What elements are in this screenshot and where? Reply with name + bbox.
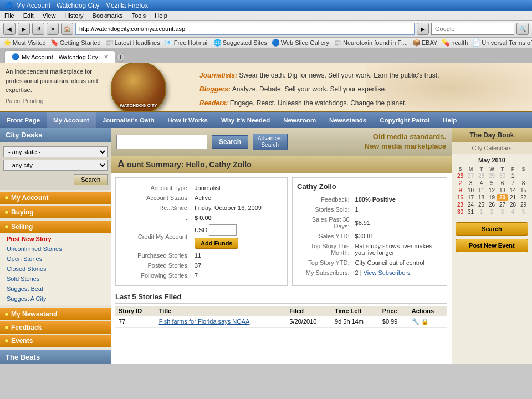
back-button[interactable]: ◀ (3, 23, 16, 35)
cal-today[interactable]: 20 (497, 194, 508, 201)
cal-day[interactable]: 10 (466, 187, 476, 194)
nav-newsroom[interactable]: Newsroom (277, 112, 323, 128)
view-subscribers-link[interactable]: View Subscribers (364, 269, 411, 276)
cal-day[interactable]: 31 (466, 208, 476, 216)
cal-day[interactable]: 3 (466, 180, 476, 187)
home-button[interactable]: 🏠 (61, 23, 73, 35)
city-select[interactable]: - any city - Miami (3, 160, 108, 171)
bookmark-getting-started[interactable]: 🔖 Getting Started (50, 39, 101, 47)
nav-why-needed[interactable]: Why it's Needed (214, 112, 277, 128)
cal-day[interactable]: 13 (497, 187, 508, 194)
suggest-city-link[interactable]: Suggest A City (0, 294, 111, 304)
open-stories-link[interactable]: Open Stories (0, 254, 111, 264)
cal-day[interactable]: 28 (476, 172, 487, 180)
bookmark-neurotoxin[interactable]: 📰 Neurotoxin found in Fl... (334, 39, 408, 47)
browser-search-input[interactable] (431, 23, 514, 35)
advanced-search-button[interactable]: Advanced Search (253, 134, 287, 150)
add-funds-button[interactable]: Add Funds (195, 238, 238, 249)
stop-button[interactable]: ✕ (47, 23, 59, 35)
feedback-section-header[interactable]: Feedback (0, 321, 111, 334)
story-title-link-77[interactable]: Fish farms for Florida says NOAA (159, 318, 250, 325)
nav-newsstands[interactable]: Newsstands (323, 112, 373, 128)
state-select[interactable]: - any state - Alabama (3, 146, 108, 157)
nav-front-page[interactable]: Front Page (0, 112, 47, 128)
cal-day[interactable]: 1 (508, 172, 518, 180)
suggest-beat-link[interactable]: Suggest Beat (0, 284, 111, 294)
cal-day[interactable]: 28 (508, 201, 518, 208)
reload-button[interactable]: ↺ (32, 23, 44, 35)
active-tab[interactable]: 🔵 My Account - Watchdog City ✕ (4, 50, 115, 63)
bookmark-health[interactable]: 💊 health (442, 39, 468, 47)
cal-day[interactable]: 27 (466, 172, 476, 180)
cal-day[interactable]: 9 (455, 187, 466, 194)
nav-copyright-patrol[interactable]: Copyright Patrol (373, 112, 436, 128)
menu-file[interactable]: File (4, 12, 14, 19)
cal-day[interactable]: 4 (476, 180, 487, 187)
menu-tools[interactable]: Tools (132, 12, 146, 19)
cal-day[interactable]: 7 (508, 180, 518, 187)
menu-edit[interactable]: Edit (23, 12, 34, 19)
cal-day[interactable]: 21 (508, 194, 518, 201)
go-button[interactable]: ▶ (417, 23, 429, 35)
menu-view[interactable]: View (43, 12, 56, 19)
cal-day[interactable]: 18 (476, 194, 487, 201)
cal-day[interactable]: 1 (476, 208, 487, 216)
cal-day[interactable]: 24 (466, 201, 476, 208)
address-bar[interactable] (75, 23, 415, 35)
story-actions-77[interactable]: 🔧 🔒 (408, 316, 447, 327)
cal-day[interactable]: 23 (455, 201, 466, 208)
nav-help[interactable]: Help (436, 112, 463, 128)
cal-day[interactable]: 14 (508, 187, 518, 194)
cal-day[interactable]: 5 (487, 180, 497, 187)
events-section-header[interactable]: Events (0, 335, 111, 347)
newsstand-section-header[interactable]: My Newsstand (0, 308, 111, 320)
cal-day[interactable]: 30 (497, 172, 508, 180)
cal-day[interactable]: 30 (455, 208, 466, 216)
cal-day[interactable]: 12 (487, 187, 497, 194)
bookmark-hotmail[interactable]: 📧 Free Hotmail (165, 39, 209, 47)
sold-stories-link[interactable]: Sold Stories (0, 274, 111, 284)
cal-day[interactable]: 19 (487, 194, 497, 201)
bookmark-universal[interactable]: 📄 Universal Terms of (472, 39, 532, 47)
unconfirmed-stories-link[interactable]: Unconfirmed Stories (0, 244, 111, 254)
cal-day[interactable]: 4 (508, 208, 518, 216)
sidebar-search-button[interactable]: Search (74, 174, 108, 185)
cal-day[interactable]: 8 (518, 180, 529, 187)
post-new-event-button[interactable]: Post New Event (456, 239, 528, 252)
closed-stories-link[interactable]: Closed Stories (0, 264, 111, 274)
cal-day[interactable]: 5 (518, 208, 529, 216)
cal-day[interactable] (518, 172, 529, 180)
cal-day[interactable]: 2 (455, 180, 466, 187)
cal-day[interactable]: 16 (455, 194, 466, 201)
cal-day[interactable]: 29 (487, 172, 497, 180)
nav-how-it-works[interactable]: How it Works (161, 112, 214, 128)
main-search-button[interactable]: Search (212, 135, 248, 149)
cal-day[interactable]: 3 (497, 208, 508, 216)
cal-day[interactable]: 29 (518, 201, 529, 208)
cal-day[interactable]: 25 (476, 201, 487, 208)
my-account-section-header[interactable]: My Account (0, 192, 111, 204)
menu-bookmarks[interactable]: Bookmarks (93, 12, 123, 19)
bookmark-webslice[interactable]: 🔵 Web Slice Gallery (272, 39, 329, 47)
main-search-input[interactable] (116, 135, 207, 149)
new-tab-button[interactable]: + (116, 53, 125, 62)
bookmark-most-visited[interactable]: ⭐ Most Visited (3, 39, 46, 47)
bookmark-suggested[interactable]: 🌐 Suggested Sites (213, 39, 267, 47)
credit-amount-input[interactable] (209, 224, 237, 236)
cal-day[interactable]: 15 (518, 187, 529, 194)
cal-day[interactable]: 26 (487, 201, 497, 208)
cal-day[interactable]: 27 (497, 201, 508, 208)
bookmark-headlines[interactable]: 📰 Latest Headlines (105, 39, 160, 47)
nav-my-account[interactable]: My Account (47, 112, 96, 128)
post-new-story-link[interactable]: Post New Story (0, 234, 111, 244)
cal-day[interactable]: 11 (476, 187, 487, 194)
cal-day[interactable]: 17 (466, 194, 476, 201)
cal-day[interactable]: 22 (518, 194, 529, 201)
cal-day[interactable]: 2 (487, 208, 497, 216)
menu-history[interactable]: History (64, 12, 83, 19)
nav-journalists-oath[interactable]: Journalist's Oath (96, 112, 161, 128)
search-go-button[interactable]: 🔍 (516, 23, 529, 35)
cal-day[interactable]: 6 (497, 180, 508, 187)
forward-button[interactable]: ▶ (18, 23, 30, 35)
tab-close-icon[interactable]: ✕ (104, 54, 108, 60)
